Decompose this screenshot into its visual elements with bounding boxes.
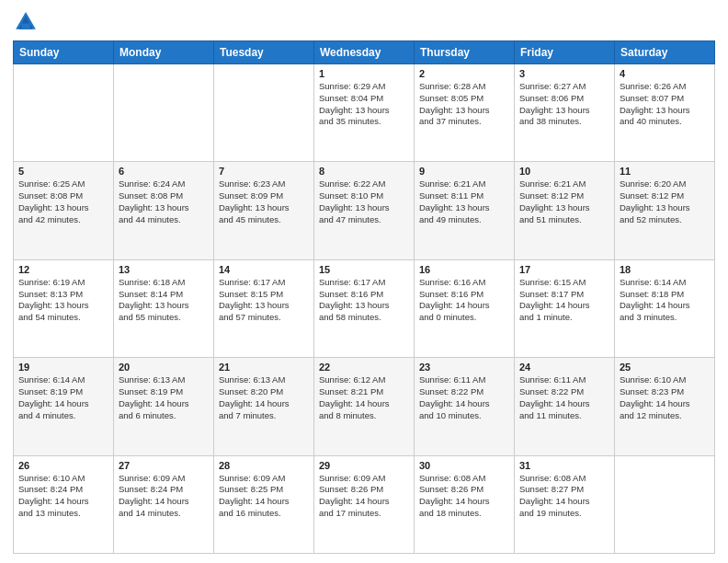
day-info: Sunrise: 6:11 AMSunset: 8:22 PMDaylight:…	[419, 374, 509, 421]
day-number: 25	[620, 362, 710, 373]
day-info: Sunrise: 6:17 AMSunset: 8:16 PMDaylight:…	[319, 277, 409, 324]
day-info: Sunrise: 6:09 AMSunset: 8:26 PMDaylight:…	[319, 473, 409, 520]
day-number: 1	[319, 68, 409, 79]
day-info: Sunrise: 6:09 AMSunset: 8:24 PMDaylight:…	[119, 473, 209, 520]
calendar-week-3: 12Sunrise: 6:19 AMSunset: 8:13 PMDayligh…	[14, 259, 715, 357]
day-number: 21	[219, 362, 309, 373]
calendar-cell: 3Sunrise: 6:27 AMSunset: 8:06 PMDaylight…	[515, 64, 615, 162]
calendar-week-4: 19Sunrise: 6:14 AMSunset: 8:19 PMDayligh…	[14, 358, 715, 455]
calendar-cell: 16Sunrise: 6:16 AMSunset: 8:16 PMDayligh…	[415, 259, 515, 357]
header	[13, 9, 715, 35]
day-info: Sunrise: 6:28 AMSunset: 8:05 PMDaylight:…	[419, 81, 509, 128]
day-info: Sunrise: 6:22 AMSunset: 8:10 PMDaylight:…	[319, 178, 409, 225]
day-info: Sunrise: 6:25 AMSunset: 8:08 PMDaylight:…	[18, 178, 108, 225]
day-info: Sunrise: 6:29 AMSunset: 8:04 PMDaylight:…	[319, 81, 409, 128]
day-number: 10	[519, 166, 609, 177]
calendar-cell: 8Sunrise: 6:22 AMSunset: 8:10 PMDaylight…	[314, 162, 415, 259]
day-number: 23	[419, 362, 509, 373]
calendar-cell: 12Sunrise: 6:19 AMSunset: 8:13 PMDayligh…	[14, 259, 114, 357]
day-info: Sunrise: 6:24 AMSunset: 8:08 PMDaylight:…	[119, 178, 209, 225]
logo	[13, 9, 40, 35]
day-number: 26	[18, 460, 108, 471]
day-number: 11	[620, 166, 710, 177]
calendar-cell	[14, 64, 114, 162]
day-info: Sunrise: 6:23 AMSunset: 8:09 PMDaylight:…	[219, 178, 309, 225]
calendar-cell: 7Sunrise: 6:23 AMSunset: 8:09 PMDaylight…	[214, 162, 314, 259]
calendar-cell: 15Sunrise: 6:17 AMSunset: 8:16 PMDayligh…	[314, 259, 415, 357]
weekday-header-row: SundayMondayTuesdayWednesdayThursdayFrid…	[14, 41, 715, 64]
calendar-cell: 29Sunrise: 6:09 AMSunset: 8:26 PMDayligh…	[314, 455, 415, 553]
day-number: 29	[319, 460, 409, 471]
day-number: 14	[219, 264, 309, 275]
calendar-cell	[615, 455, 715, 553]
day-number: 31	[519, 460, 609, 471]
weekday-header-friday: Friday	[515, 41, 615, 64]
day-info: Sunrise: 6:10 AMSunset: 8:23 PMDaylight:…	[620, 374, 710, 421]
day-number: 12	[18, 264, 108, 275]
day-number: 27	[119, 460, 209, 471]
calendar-cell: 21Sunrise: 6:13 AMSunset: 8:20 PMDayligh…	[214, 358, 314, 455]
calendar-cell: 5Sunrise: 6:25 AMSunset: 8:08 PMDaylight…	[14, 162, 114, 259]
page: SundayMondayTuesdayWednesdayThursdayFrid…	[0, 0, 728, 563]
calendar-week-5: 26Sunrise: 6:10 AMSunset: 8:24 PMDayligh…	[14, 455, 715, 553]
calendar-cell: 31Sunrise: 6:08 AMSunset: 8:27 PMDayligh…	[515, 455, 615, 553]
day-number: 24	[519, 362, 609, 373]
weekday-header-tuesday: Tuesday	[214, 41, 314, 64]
day-number: 28	[219, 460, 309, 471]
calendar-week-2: 5Sunrise: 6:25 AMSunset: 8:08 PMDaylight…	[14, 162, 715, 259]
calendar-cell: 18Sunrise: 6:14 AMSunset: 8:18 PMDayligh…	[615, 259, 715, 357]
day-info: Sunrise: 6:10 AMSunset: 8:24 PMDaylight:…	[18, 473, 108, 520]
calendar-cell: 6Sunrise: 6:24 AMSunset: 8:08 PMDaylight…	[114, 162, 214, 259]
day-number: 9	[419, 166, 509, 177]
calendar-cell: 26Sunrise: 6:10 AMSunset: 8:24 PMDayligh…	[14, 455, 114, 553]
day-info: Sunrise: 6:09 AMSunset: 8:25 PMDaylight:…	[219, 473, 309, 520]
day-number: 4	[620, 68, 710, 79]
day-info: Sunrise: 6:18 AMSunset: 8:14 PMDaylight:…	[119, 277, 209, 324]
day-info: Sunrise: 6:14 AMSunset: 8:18 PMDaylight:…	[620, 277, 710, 324]
day-info: Sunrise: 6:12 AMSunset: 8:21 PMDaylight:…	[319, 374, 409, 421]
calendar-cell: 2Sunrise: 6:28 AMSunset: 8:05 PMDaylight…	[415, 64, 515, 162]
day-info: Sunrise: 6:26 AMSunset: 8:07 PMDaylight:…	[620, 81, 710, 128]
day-number: 3	[519, 68, 609, 79]
calendar-cell: 11Sunrise: 6:20 AMSunset: 8:12 PMDayligh…	[615, 162, 715, 259]
day-info: Sunrise: 6:13 AMSunset: 8:19 PMDaylight:…	[119, 374, 209, 421]
calendar-cell: 23Sunrise: 6:11 AMSunset: 8:22 PMDayligh…	[415, 358, 515, 455]
calendar-cell: 22Sunrise: 6:12 AMSunset: 8:21 PMDayligh…	[314, 358, 415, 455]
day-info: Sunrise: 6:13 AMSunset: 8:20 PMDaylight:…	[219, 374, 309, 421]
calendar-cell: 30Sunrise: 6:08 AMSunset: 8:26 PMDayligh…	[415, 455, 515, 553]
calendar-cell: 9Sunrise: 6:21 AMSunset: 8:11 PMDaylight…	[415, 162, 515, 259]
day-number: 18	[620, 264, 710, 275]
day-info: Sunrise: 6:14 AMSunset: 8:19 PMDaylight:…	[18, 374, 108, 421]
logo-icon	[13, 9, 39, 35]
calendar-cell: 14Sunrise: 6:17 AMSunset: 8:15 PMDayligh…	[214, 259, 314, 357]
day-number: 22	[319, 362, 409, 373]
day-number: 13	[119, 264, 209, 275]
day-number: 15	[319, 264, 409, 275]
calendar-cell: 17Sunrise: 6:15 AMSunset: 8:17 PMDayligh…	[515, 259, 615, 357]
calendar-week-1: 1Sunrise: 6:29 AMSunset: 8:04 PMDaylight…	[14, 64, 715, 162]
calendar-cell: 19Sunrise: 6:14 AMSunset: 8:19 PMDayligh…	[14, 358, 114, 455]
day-info: Sunrise: 6:21 AMSunset: 8:12 PMDaylight:…	[519, 178, 609, 225]
weekday-header-sunday: Sunday	[14, 41, 114, 64]
day-number: 30	[419, 460, 509, 471]
day-info: Sunrise: 6:11 AMSunset: 8:22 PMDaylight:…	[519, 374, 609, 421]
day-number: 2	[419, 68, 509, 79]
day-info: Sunrise: 6:19 AMSunset: 8:13 PMDaylight:…	[18, 277, 108, 324]
day-info: Sunrise: 6:08 AMSunset: 8:26 PMDaylight:…	[419, 473, 509, 520]
calendar-cell: 4Sunrise: 6:26 AMSunset: 8:07 PMDaylight…	[615, 64, 715, 162]
weekday-header-monday: Monday	[114, 41, 214, 64]
calendar-cell: 13Sunrise: 6:18 AMSunset: 8:14 PMDayligh…	[114, 259, 214, 357]
day-number: 16	[419, 264, 509, 275]
calendar-cell: 20Sunrise: 6:13 AMSunset: 8:19 PMDayligh…	[114, 358, 214, 455]
weekday-header-saturday: Saturday	[615, 41, 715, 64]
day-info: Sunrise: 6:08 AMSunset: 8:27 PMDaylight:…	[519, 473, 609, 520]
svg-rect-2	[21, 24, 29, 29]
calendar-cell: 27Sunrise: 6:09 AMSunset: 8:24 PMDayligh…	[114, 455, 214, 553]
day-number: 7	[219, 166, 309, 177]
day-info: Sunrise: 6:15 AMSunset: 8:17 PMDaylight:…	[519, 277, 609, 324]
day-info: Sunrise: 6:16 AMSunset: 8:16 PMDaylight:…	[419, 277, 509, 324]
calendar-cell: 25Sunrise: 6:10 AMSunset: 8:23 PMDayligh…	[615, 358, 715, 455]
calendar-cell: 28Sunrise: 6:09 AMSunset: 8:25 PMDayligh…	[214, 455, 314, 553]
day-info: Sunrise: 6:27 AMSunset: 8:06 PMDaylight:…	[519, 81, 609, 128]
calendar-cell	[114, 64, 214, 162]
